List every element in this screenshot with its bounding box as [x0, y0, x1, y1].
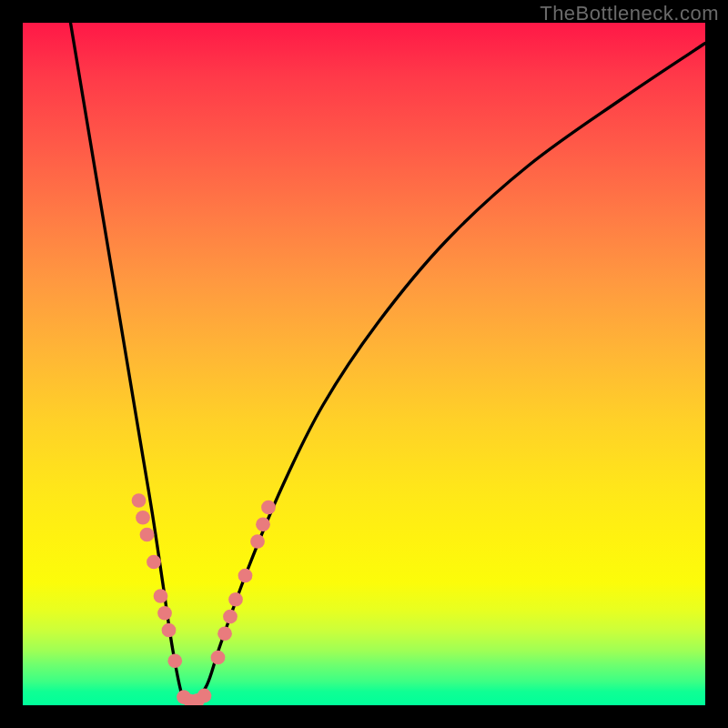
curve-overlay: [23, 23, 705, 705]
chart-frame: TheBottleneck.com: [0, 0, 728, 728]
data-marker: [197, 689, 212, 703]
data-marker: [261, 500, 276, 515]
data-marker: [250, 534, 265, 549]
data-marker: [162, 623, 177, 638]
data-marker: [136, 511, 150, 525]
watermark-text: TheBottleneck.com: [540, 2, 719, 25]
data-marker: [228, 592, 243, 607]
data-marker: [256, 517, 270, 531]
data-marker: [223, 610, 238, 624]
data-marker: [157, 606, 172, 621]
data-marker: [154, 589, 168, 603]
plot-area: [23, 23, 705, 705]
data-marker: [211, 651, 226, 665]
data-marker: [217, 626, 232, 641]
data-marker: [238, 569, 253, 583]
bottleneck-curve: [71, 23, 706, 704]
data-marker: [132, 493, 147, 508]
data-marker: [140, 528, 155, 542]
data-marker: [167, 653, 182, 668]
data-marker: [147, 555, 161, 570]
